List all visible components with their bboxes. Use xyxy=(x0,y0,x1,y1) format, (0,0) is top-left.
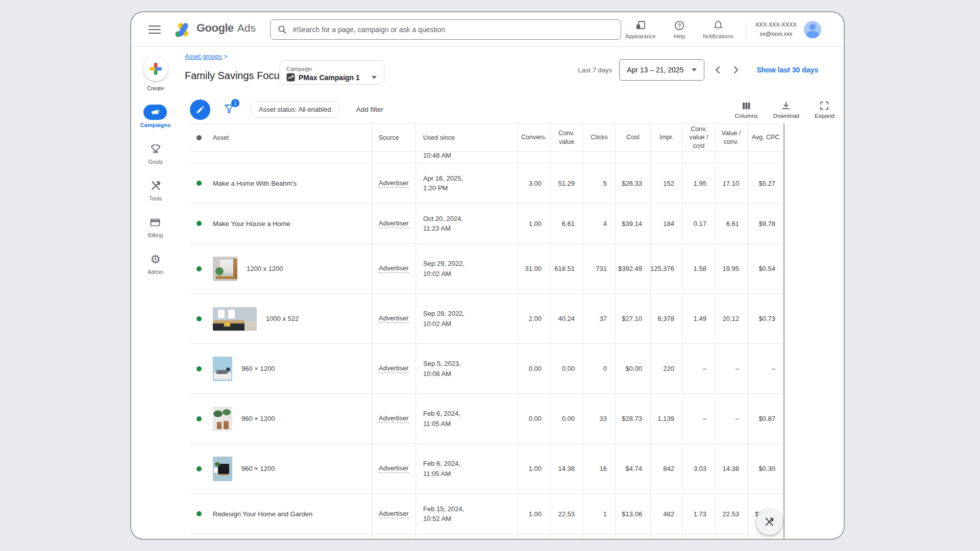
conversions-column-header[interactable]: Convers. xyxy=(518,124,550,151)
cv-cost-cell: – xyxy=(682,344,715,393)
sidebar-item-goals[interactable]: Goals xyxy=(145,141,166,165)
campaign-selector-value: PMax Campaign 1 xyxy=(299,73,360,82)
fab-tools-button[interactable] xyxy=(756,509,782,535)
conv-value-cell: 618.51 xyxy=(550,244,583,293)
table-row[interactable]: 960 × 1200AdvertiserFeb 6, 2024, 11:05 A… xyxy=(190,444,783,494)
search-icon xyxy=(278,25,287,34)
source-link[interactable]: Advertiser xyxy=(379,364,409,373)
table-row[interactable]: 10:48 AM xyxy=(190,152,783,163)
previous-period-button[interactable] xyxy=(713,64,723,76)
download-button[interactable]: Download xyxy=(773,101,799,119)
asset-label: Make a Home With Beahm's xyxy=(213,180,297,187)
create-button[interactable]: Create xyxy=(140,56,171,92)
date-range-selector[interactable]: Apr 13 – 21, 2025 xyxy=(619,59,704,81)
campaign-selector[interactable]: Campaign PMax Campaign 1 xyxy=(280,60,384,85)
help-button[interactable]: ? Help xyxy=(660,20,699,39)
asset-cell[interactable]: Make a Home With Beahm's xyxy=(208,163,371,203)
expand-button[interactable]: Expand xyxy=(815,101,835,119)
sidebar-item-billing[interactable]: Billing xyxy=(145,214,166,239)
breadcrumb[interactable]: Asset groups > xyxy=(185,53,228,60)
v-conv-cell: 14.38 xyxy=(715,444,747,493)
sidebar-item-campaigns[interactable]: Campaigns xyxy=(137,104,174,129)
value-conv-column-header[interactable]: Value / conv. xyxy=(715,124,747,151)
table-row[interactable]: Feb 15, 2024 xyxy=(190,534,783,540)
notifications-button[interactable]: Notifications xyxy=(699,20,738,39)
table-row[interactable]: 1000 x 522AdvertiserSep 29, 2022, 10:02 … xyxy=(190,294,783,344)
asset-column-header[interactable]: Asset xyxy=(208,124,371,151)
sidebar-item-tools[interactable]: Tools xyxy=(146,178,165,202)
edit-button[interactable] xyxy=(190,99,210,120)
filter-button[interactable]: 1 xyxy=(224,103,235,116)
cost-column-header[interactable]: Cost xyxy=(615,124,650,151)
source-link[interactable]: Advertiser xyxy=(379,510,409,518)
table-row[interactable]: Redesign Your Home and GardenAdvertiserF… xyxy=(190,494,783,534)
cost-cell: $13.06 xyxy=(615,494,650,534)
convers-cell: 31.00 xyxy=(518,244,550,293)
sidebar-label-tools: Tools xyxy=(149,195,162,202)
source-link[interactable]: Advertiser xyxy=(379,464,409,473)
conv-value-column-header[interactable]: Conv. value xyxy=(550,124,583,151)
asset-cell[interactable]: 1200 x 1200 xyxy=(208,244,371,293)
main-content: Asset groups > Family Savings Focus Camp… xyxy=(180,47,844,539)
source-link[interactable]: Advertiser xyxy=(379,414,409,423)
date-preset-label: Last 7 days xyxy=(578,66,612,74)
account-avatar[interactable] xyxy=(804,21,821,38)
status-dot-icon xyxy=(197,135,202,140)
chevron-right-icon xyxy=(733,66,739,74)
main-menu-button[interactable] xyxy=(149,23,161,36)
table-row[interactable]: 1200 x 1200AdvertiserSep 29, 2022, 10:02… xyxy=(190,244,783,294)
source-link[interactable]: Advertiser xyxy=(379,179,409,188)
table-row[interactable]: Make a Home With Beahm'sAdvertiserApr 16… xyxy=(190,163,783,204)
avg-cpc-column-header[interactable]: Avg. CPC xyxy=(747,124,783,151)
table-row[interactable]: Make Your House a HomeAdvertiserOct 20, … xyxy=(190,204,783,244)
table-tools: Columns Download Expand xyxy=(734,101,835,119)
campaign-chart-icon xyxy=(286,73,295,82)
show-last-30-days-link[interactable]: Show last 30 days xyxy=(753,65,821,74)
expand-icon xyxy=(819,101,829,111)
columns-button[interactable]: Columns xyxy=(734,101,757,119)
cost-cell xyxy=(615,534,650,540)
source-cell: Advertiser xyxy=(371,294,415,343)
asset-cell[interactable]: 960 × 1200 xyxy=(208,394,371,443)
source-column-header[interactable]: Source xyxy=(371,124,415,151)
convers-cell: 0.00 xyxy=(518,394,550,443)
asset-cell[interactable]: Make Your House a Home xyxy=(208,204,371,243)
next-period-button[interactable] xyxy=(731,64,741,76)
svg-text:?: ? xyxy=(678,22,681,29)
source-cell: Advertiser xyxy=(371,444,415,493)
sidebar-item-admin[interactable]: ⚙ Admin xyxy=(144,251,166,276)
add-filter-button[interactable]: Add filter xyxy=(353,105,386,114)
v-conv-cell xyxy=(715,152,747,163)
asset-cell[interactable]: 1000 x 522 xyxy=(208,294,371,343)
table-row[interactable]: 960 × 1200AdvertiserSep 5, 2023, 10:08 A… xyxy=(190,344,783,394)
used-since-column-header[interactable]: Used since xyxy=(415,124,518,151)
asset-cell[interactable] xyxy=(208,152,371,163)
account-id: XXX-XXX-XXXX xyxy=(755,20,797,29)
asset-cell[interactable]: Redesign Your Home and Garden xyxy=(208,494,371,534)
global-search-bar[interactable] xyxy=(270,19,621,40)
convers-cell: 2.00 xyxy=(518,294,550,343)
asset-status-filter-chip[interactable]: Asset status: All enabled xyxy=(250,101,340,118)
clicks-column-header[interactable]: Clicks xyxy=(583,124,615,151)
source-cell xyxy=(371,152,415,163)
logo-google-text: Google xyxy=(197,21,234,35)
source-link[interactable]: Advertiser xyxy=(379,314,409,323)
conv-value-cell: 40.24 xyxy=(550,294,583,343)
help-label: Help xyxy=(674,33,685,39)
used-since-cell: Feb 15, 2024, 10:52 AM xyxy=(415,494,518,534)
trophy-icon xyxy=(150,141,162,157)
cv-cost-cell xyxy=(682,534,715,540)
asset-cell[interactable]: 960 × 1200 xyxy=(208,444,371,493)
breadcrumb-link[interactable]: Asset groups xyxy=(185,53,222,60)
impressions-column-header[interactable]: Impr. xyxy=(650,124,682,151)
conv-value-cost-column-header[interactable]: Conv. value / cost xyxy=(682,124,715,151)
sidebar-label-goals: Goals xyxy=(148,159,163,165)
appearance-button[interactable]: Appearance xyxy=(621,20,660,39)
asset-cell[interactable]: 960 × 1200 xyxy=(208,344,371,393)
table-row[interactable]: 960 × 1200AdvertiserFeb 6, 2024, 11:05 A… xyxy=(190,394,783,444)
source-link[interactable]: Advertiser xyxy=(379,264,409,273)
search-input[interactable] xyxy=(292,25,614,34)
asset-cell[interactable] xyxy=(208,534,371,540)
source-link[interactable]: Advertiser xyxy=(379,219,409,228)
convers-cell: 1.00 xyxy=(518,494,550,534)
